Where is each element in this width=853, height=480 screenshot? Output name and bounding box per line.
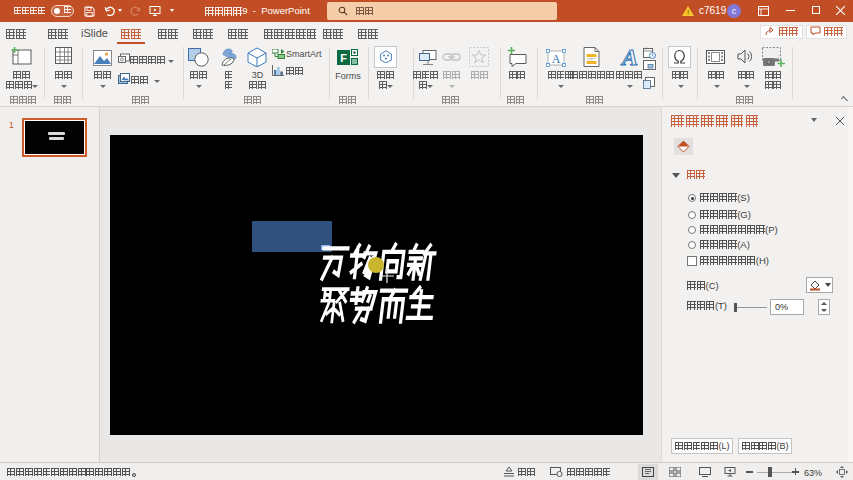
svg-text:A: A bbox=[620, 47, 638, 67]
svg-text:!: ! bbox=[687, 8, 689, 16]
svg-text:F: F bbox=[340, 52, 347, 64]
svg-text:A: A bbox=[552, 52, 561, 66]
